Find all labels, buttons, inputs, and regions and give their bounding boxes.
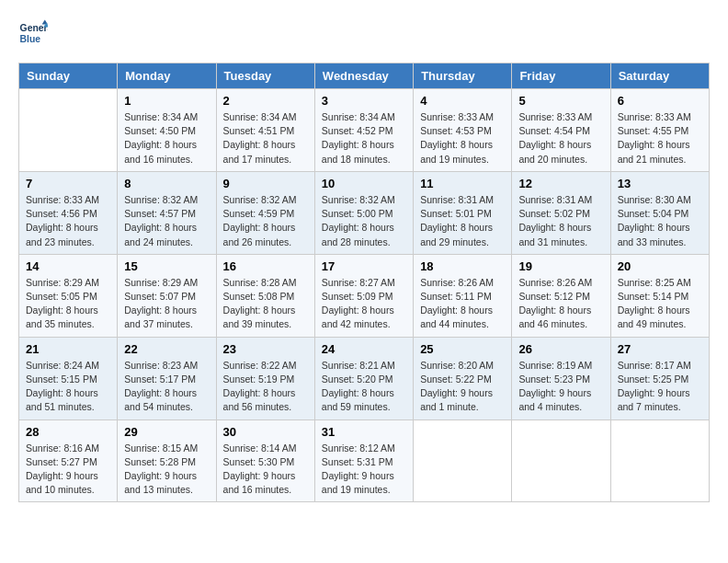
day-info: Sunrise: 8:17 AM Sunset: 5:25 PM Dayligh…: [618, 359, 702, 415]
header-saturday: Saturday: [610, 63, 709, 89]
week-row-5: 28Sunrise: 8:16 AM Sunset: 5:27 PM Dayli…: [19, 419, 710, 502]
calendar-cell: 18Sunrise: 8:26 AM Sunset: 5:11 PM Dayli…: [414, 254, 512, 337]
calendar-cell: 7Sunrise: 8:33 AM Sunset: 4:56 PM Daylig…: [19, 171, 118, 254]
day-number: 28: [26, 425, 110, 439]
week-row-2: 7Sunrise: 8:33 AM Sunset: 4:56 PM Daylig…: [19, 171, 710, 254]
header-friday: Friday: [512, 63, 610, 89]
calendar-cell: 3Sunrise: 8:34 AM Sunset: 4:52 PM Daylig…: [314, 89, 413, 172]
calendar-cell: 8Sunrise: 8:32 AM Sunset: 4:57 PM Daylig…: [118, 171, 216, 254]
day-number: 31: [322, 425, 406, 439]
week-row-4: 21Sunrise: 8:24 AM Sunset: 5:15 PM Dayli…: [19, 337, 710, 419]
page-header: General Blue: [18, 18, 710, 48]
svg-marker-2: [42, 20, 48, 25]
day-number: 3: [322, 94, 406, 108]
calendar-cell: 19Sunrise: 8:26 AM Sunset: 5:12 PM Dayli…: [512, 254, 610, 337]
calendar-cell: 30Sunrise: 8:14 AM Sunset: 5:30 PM Dayli…: [216, 419, 314, 502]
calendar-cell: 6Sunrise: 8:33 AM Sunset: 4:55 PM Daylig…: [610, 89, 709, 172]
day-number: 17: [322, 259, 406, 273]
calendar-cell: 10Sunrise: 8:32 AM Sunset: 5:00 PM Dayli…: [314, 171, 413, 254]
day-number: 25: [420, 342, 505, 356]
calendar-cell: 5Sunrise: 8:33 AM Sunset: 4:54 PM Daylig…: [512, 89, 610, 172]
calendar-cell: 9Sunrise: 8:32 AM Sunset: 4:59 PM Daylig…: [216, 171, 314, 254]
header-row: SundayMondayTuesdayWednesdayThursdayFrid…: [19, 63, 710, 89]
logo-icon: General Blue: [18, 18, 48, 48]
day-info: Sunrise: 8:33 AM Sunset: 4:54 PM Dayligh…: [518, 110, 603, 167]
day-info: Sunrise: 8:25 AM Sunset: 5:14 PM Dayligh…: [618, 276, 702, 332]
day-info: Sunrise: 8:31 AM Sunset: 5:02 PM Dayligh…: [518, 193, 603, 249]
logo: General Blue: [18, 18, 48, 48]
day-info: Sunrise: 8:29 AM Sunset: 5:07 PM Dayligh…: [124, 276, 209, 332]
day-number: 11: [420, 177, 505, 190]
header-tuesday: Tuesday: [216, 63, 314, 89]
day-info: Sunrise: 8:32 AM Sunset: 5:00 PM Dayligh…: [322, 193, 406, 249]
day-number: 4: [420, 94, 505, 108]
calendar-cell: 27Sunrise: 8:17 AM Sunset: 5:25 PM Dayli…: [610, 337, 709, 419]
day-number: 14: [26, 259, 110, 273]
day-info: Sunrise: 8:20 AM Sunset: 5:22 PM Dayligh…: [420, 359, 505, 415]
day-info: Sunrise: 8:34 AM Sunset: 4:52 PM Dayligh…: [322, 110, 406, 167]
day-info: Sunrise: 8:16 AM Sunset: 5:27 PM Dayligh…: [26, 442, 110, 498]
day-info: Sunrise: 8:28 AM Sunset: 5:08 PM Dayligh…: [223, 276, 308, 332]
calendar-cell: [610, 419, 709, 502]
day-info: Sunrise: 8:15 AM Sunset: 5:28 PM Dayligh…: [124, 442, 209, 498]
calendar-cell: 12Sunrise: 8:31 AM Sunset: 5:02 PM Dayli…: [512, 171, 610, 254]
calendar-table: SundayMondayTuesdayWednesdayThursdayFrid…: [18, 63, 710, 502]
header-sunday: Sunday: [19, 63, 118, 89]
day-number: 8: [124, 177, 209, 190]
day-number: 1: [124, 94, 209, 108]
calendar-cell: [414, 419, 512, 502]
day-info: Sunrise: 8:34 AM Sunset: 4:50 PM Dayligh…: [124, 110, 209, 167]
day-number: 21: [26, 342, 110, 356]
calendar-cell: 13Sunrise: 8:30 AM Sunset: 5:04 PM Dayli…: [610, 171, 709, 254]
day-number: 13: [618, 177, 702, 190]
calendar-cell: 23Sunrise: 8:22 AM Sunset: 5:19 PM Dayli…: [216, 337, 314, 419]
day-info: Sunrise: 8:21 AM Sunset: 5:20 PM Dayligh…: [322, 359, 406, 415]
day-info: Sunrise: 8:32 AM Sunset: 4:59 PM Dayligh…: [223, 193, 308, 249]
calendar-cell: 2Sunrise: 8:34 AM Sunset: 4:51 PM Daylig…: [216, 89, 314, 172]
calendar-cell: 28Sunrise: 8:16 AM Sunset: 5:27 PM Dayli…: [19, 419, 118, 502]
day-number: 29: [124, 425, 209, 439]
day-info: Sunrise: 8:27 AM Sunset: 5:09 PM Dayligh…: [322, 276, 406, 332]
calendar-cell: 29Sunrise: 8:15 AM Sunset: 5:28 PM Dayli…: [118, 419, 216, 502]
day-info: Sunrise: 8:19 AM Sunset: 5:23 PM Dayligh…: [518, 359, 603, 415]
svg-text:Blue: Blue: [20, 34, 41, 44]
day-info: Sunrise: 8:12 AM Sunset: 5:31 PM Dayligh…: [322, 442, 406, 498]
day-number: 12: [518, 177, 603, 190]
week-row-1: 1Sunrise: 8:34 AM Sunset: 4:50 PM Daylig…: [19, 89, 710, 172]
day-info: Sunrise: 8:33 AM Sunset: 4:56 PM Dayligh…: [26, 193, 110, 249]
day-number: 24: [322, 342, 406, 356]
day-info: Sunrise: 8:26 AM Sunset: 5:11 PM Dayligh…: [420, 276, 505, 332]
day-number: 22: [124, 342, 209, 356]
calendar-cell: 22Sunrise: 8:23 AM Sunset: 5:17 PM Dayli…: [118, 337, 216, 419]
day-info: Sunrise: 8:14 AM Sunset: 5:30 PM Dayligh…: [223, 442, 308, 498]
day-number: 19: [518, 259, 603, 273]
calendar-cell: 16Sunrise: 8:28 AM Sunset: 5:08 PM Dayli…: [216, 254, 314, 337]
header-thursday: Thursday: [414, 63, 512, 89]
day-info: Sunrise: 8:32 AM Sunset: 4:57 PM Dayligh…: [124, 193, 209, 249]
day-info: Sunrise: 8:26 AM Sunset: 5:12 PM Dayligh…: [518, 276, 603, 332]
week-row-3: 14Sunrise: 8:29 AM Sunset: 5:05 PM Dayli…: [19, 254, 710, 337]
day-number: 27: [618, 342, 702, 356]
calendar-cell: [19, 89, 118, 172]
day-info: Sunrise: 8:29 AM Sunset: 5:05 PM Dayligh…: [26, 276, 110, 332]
calendar-cell: 11Sunrise: 8:31 AM Sunset: 5:01 PM Dayli…: [414, 171, 512, 254]
header-wednesday: Wednesday: [314, 63, 413, 89]
svg-text:General: General: [20, 23, 48, 33]
day-number: 30: [223, 425, 308, 439]
calendar-cell: 1Sunrise: 8:34 AM Sunset: 4:50 PM Daylig…: [118, 89, 216, 172]
header-monday: Monday: [118, 63, 216, 89]
day-number: 23: [223, 342, 308, 356]
calendar-cell: 21Sunrise: 8:24 AM Sunset: 5:15 PM Dayli…: [19, 337, 118, 419]
calendar-cell: [512, 419, 610, 502]
day-number: 16: [223, 259, 308, 273]
calendar-cell: 17Sunrise: 8:27 AM Sunset: 5:09 PM Dayli…: [314, 254, 413, 337]
day-info: Sunrise: 8:24 AM Sunset: 5:15 PM Dayligh…: [26, 359, 110, 415]
calendar-cell: 15Sunrise: 8:29 AM Sunset: 5:07 PM Dayli…: [118, 254, 216, 337]
day-number: 20: [618, 259, 702, 273]
calendar-cell: 4Sunrise: 8:33 AM Sunset: 4:53 PM Daylig…: [414, 89, 512, 172]
calendar-cell: 26Sunrise: 8:19 AM Sunset: 5:23 PM Dayli…: [512, 337, 610, 419]
day-number: 2: [223, 94, 308, 108]
calendar-cell: 24Sunrise: 8:21 AM Sunset: 5:20 PM Dayli…: [314, 337, 413, 419]
calendar-cell: 14Sunrise: 8:29 AM Sunset: 5:05 PM Dayli…: [19, 254, 118, 337]
day-number: 18: [420, 259, 505, 273]
